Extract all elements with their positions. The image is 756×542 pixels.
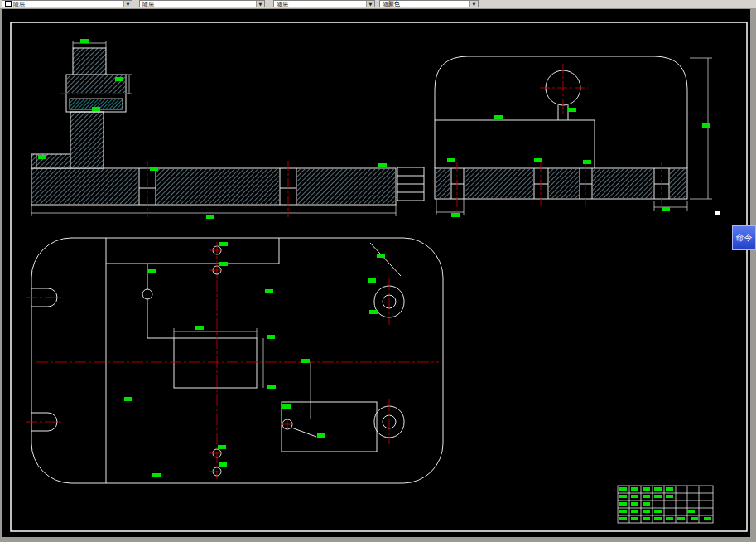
plotstyle-control-combo[interactable]: 随颜色 ▼: [379, 0, 479, 7]
window-bottom-border: [0, 537, 756, 542]
chevron-down-icon[interactable]: ▼: [366, 1, 374, 7]
chevron-down-icon[interactable]: ▼: [469, 1, 478, 7]
linetype-control-value: 随层: [142, 0, 154, 7]
command-panel-tab[interactable]: 命令: [732, 225, 756, 250]
plotstyle-control-value: 随颜色: [383, 0, 400, 7]
command-panel-tab-label: 命令: [736, 232, 753, 244]
lineweight-control-value: 随层: [277, 0, 288, 7]
window-left-border: [0, 8, 2, 542]
properties-toolbar: 随层 ▼ 随层 ▼ 随层 ▼ 随颜色 ▼: [0, 0, 756, 9]
color-control-combo[interactable]: 随层 ▼: [2, 0, 132, 7]
drawing-canvas[interactable]: [0, 0, 756, 542]
chevron-down-icon[interactable]: ▼: [256, 1, 264, 7]
linetype-control-combo[interactable]: 随层 ▼: [139, 0, 265, 7]
color-swatch-icon: [5, 1, 12, 7]
chevron-down-icon[interactable]: ▼: [123, 1, 132, 7]
color-control-value: 随层: [13, 0, 25, 7]
lineweight-control-combo[interactable]: 随层 ▼: [273, 0, 375, 7]
window-right-border: [750, 8, 756, 542]
grip-point[interactable]: [715, 211, 720, 215]
